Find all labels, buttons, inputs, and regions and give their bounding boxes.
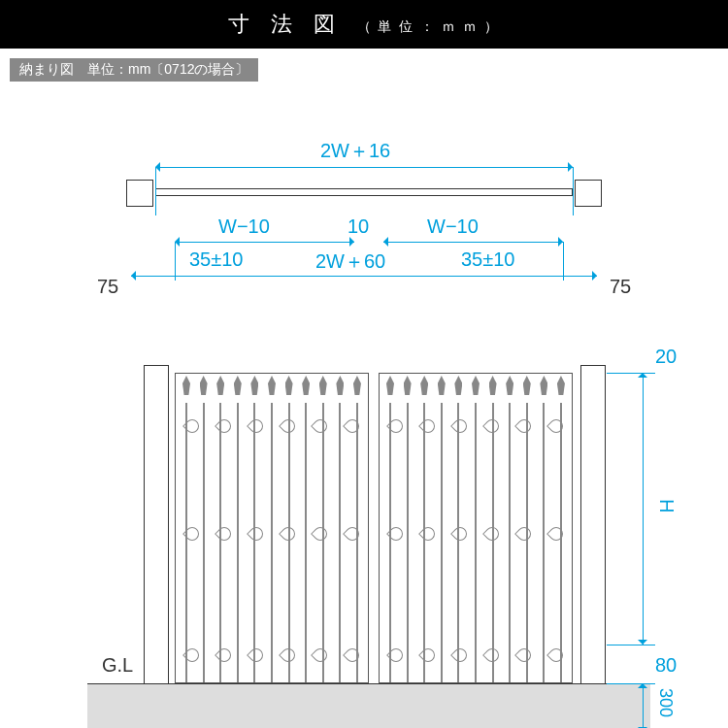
dim-gap-10: 10: [347, 215, 369, 238]
orn-row-r1: [380, 416, 572, 436]
ext-r: [573, 167, 574, 215]
ext-h-gl: [607, 683, 655, 684]
dim-w10-l: W−10: [218, 215, 270, 238]
dimline-300: [643, 683, 644, 728]
dim-tol-l: 35±10: [189, 248, 243, 271]
orn-row-r2: [380, 524, 572, 544]
dim-v20: 20: [655, 346, 677, 368]
dim-w10-r: W−10: [427, 215, 479, 238]
ground-fill: [87, 683, 650, 728]
top-post-right: [575, 180, 602, 207]
dim-75-r: 75: [610, 276, 631, 298]
title-text: 寸 法 図: [228, 12, 343, 36]
dim-top-overall: 2W＋16: [320, 138, 390, 164]
top-view: [126, 174, 602, 213]
diagram-canvas: 2W＋16 W−10 10 W−10 35±10 2W＋60 35±10 75 …: [0, 82, 728, 728]
post-left: [144, 365, 169, 728]
ext-h-mid: [607, 645, 655, 645]
dimline-w10-l: [175, 242, 354, 243]
page-title: 寸 法 図 （ 単 位 ： ｍ ｍ ）: [0, 0, 728, 49]
title-unit: （ 単 位 ： ｍ ｍ ）: [357, 18, 500, 34]
dim-75-l: 75: [97, 276, 118, 298]
orn-row-l3: [176, 645, 368, 665]
post-right: [580, 365, 606, 728]
dimline-H: [643, 373, 644, 645]
gate-assembly: [175, 373, 573, 683]
subtitle-badge: 納まり図 単位：mm〔0712の場合〕: [10, 58, 258, 82]
dim-H: H: [655, 499, 678, 513]
dim-bottom-span: 2W＋60: [315, 248, 385, 275]
dimline-bottom-span: [131, 276, 597, 277]
dimline-top-overall: [155, 167, 573, 168]
ext-il: [175, 242, 176, 281]
dim-v80: 80: [655, 654, 677, 677]
top-post-left: [126, 180, 153, 207]
dim-tol-r: 35±10: [461, 248, 514, 271]
orn-row-l2: [176, 524, 368, 544]
ext-ir: [563, 242, 564, 281]
ground-level-label: G.L: [102, 654, 133, 677]
orn-row-r3: [380, 645, 572, 665]
top-rail: [155, 188, 573, 196]
ext-l: [155, 167, 156, 215]
gate-leaf-right: [379, 373, 573, 683]
orn-row-l1: [176, 416, 368, 436]
dim-v300: 300: [655, 688, 676, 717]
ext-h-top: [607, 373, 655, 374]
gate-leaf-left: [175, 373, 369, 683]
dimline-w10-r: [383, 242, 563, 243]
